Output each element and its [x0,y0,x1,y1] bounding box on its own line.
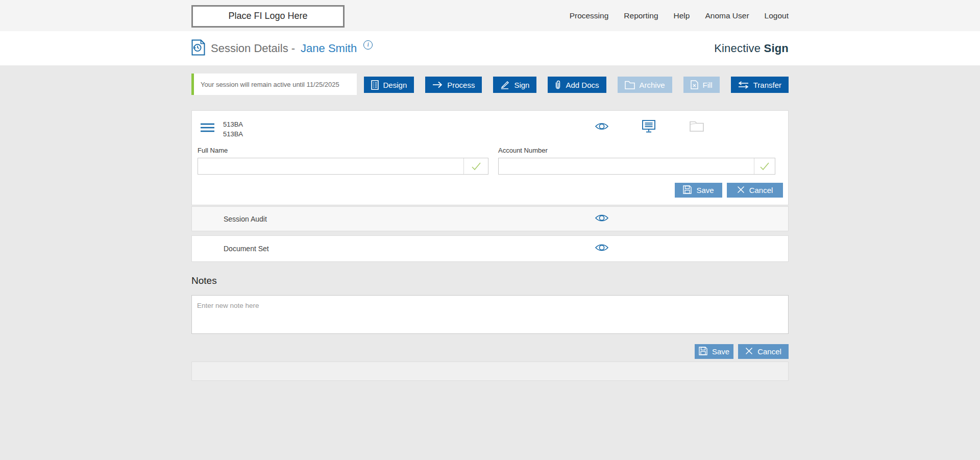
archive-button: Archive [618,77,672,93]
fi-logo-placeholder: Place FI Logo Here [191,5,345,28]
document-set-row: Document Set [191,235,789,262]
session-expiry-text: Your session will remain active until 11… [201,81,339,88]
nav-reporting[interactable]: Reporting [624,11,658,20]
new-note-input[interactable] [191,295,789,334]
drag-handle-icon[interactable] [201,123,214,140]
session-id-stack: 513BA 513BA [223,120,243,140]
archive-folder-icon [625,81,635,89]
main-content: Your session will remain active until 11… [191,74,789,381]
brand-logo: Kinective Sign [714,42,789,55]
session-history-icon [191,39,205,58]
panel-cancel-button[interactable]: Cancel [727,183,783,198]
page-title: Session Details - [211,42,295,55]
notes-cancel-button[interactable]: Cancel [738,344,789,359]
session-audit-row: Session Audit [191,206,789,231]
session-audit-label: Session Audit [192,215,267,223]
nav-logout[interactable]: Logout [765,11,789,20]
save-floppy-icon [699,347,707,357]
design-button[interactable]: Design [364,77,414,93]
panel-save-button[interactable]: Save [675,183,722,198]
session-expiry-alert: Your session will remain active until 11… [191,74,357,95]
notes-save-button[interactable]: Save [695,344,733,359]
full-name-label: Full Name [198,147,488,154]
transfer-arrows-icon [738,81,749,89]
fi-logo-text: Place FI Logo Here [228,11,307,21]
cancel-x-icon [745,347,753,356]
save-floppy-icon [683,185,692,196]
form-document-icon [371,80,379,90]
preview-eye-icon[interactable] [595,122,642,131]
info-icon[interactable]: i [363,40,373,50]
fill-button: Fill [683,77,720,93]
transfer-button[interactable]: Transfer [731,77,789,93]
session-name: Jane Smith [301,42,357,55]
cancel-x-icon [737,186,745,195]
action-toolbar: Design Process Sign [364,77,789,93]
process-button[interactable]: Process [425,77,482,93]
paperclip-icon [555,80,561,90]
nav-processing[interactable]: Processing [570,11,609,20]
session-panel: 513BA 513BA [191,110,789,205]
page-header: Session Details - Jane Smith i Kinective… [0,31,980,65]
account-number-label: Account Number [498,147,775,154]
session-id-line2: 513BA [223,130,243,139]
full-name-input[interactable] [198,158,463,174]
top-bar: Place FI Logo Here Processing Reporting … [0,0,980,31]
notes-heading: Notes [191,275,789,286]
nav-help[interactable]: Help [674,11,690,20]
full-name-valid-check-icon [463,158,488,174]
pen-icon [500,81,509,89]
present-monitor-icon[interactable] [642,120,690,133]
sign-button[interactable]: Sign [493,77,536,93]
account-number-valid-check-icon [754,158,775,174]
file-fill-icon [691,80,698,89]
document-set-eye-icon[interactable] [595,244,609,254]
account-number-input[interactable] [499,158,754,174]
top-nav: Processing Reporting Help Anoma User Log… [570,11,789,20]
notes-empty-list [191,361,789,381]
brand-regular: Kinective [714,42,761,55]
session-audit-eye-icon[interactable] [595,213,609,224]
brand-bold: Sign [764,42,789,55]
nav-user-menu[interactable]: Anoma User [705,11,749,20]
document-set-label: Document Set [192,245,269,253]
add-docs-button[interactable]: Add Docs [548,77,606,93]
arrow-right-icon [432,81,443,88]
session-id-line1: 513BA [223,120,243,130]
folder-icon [690,121,737,132]
